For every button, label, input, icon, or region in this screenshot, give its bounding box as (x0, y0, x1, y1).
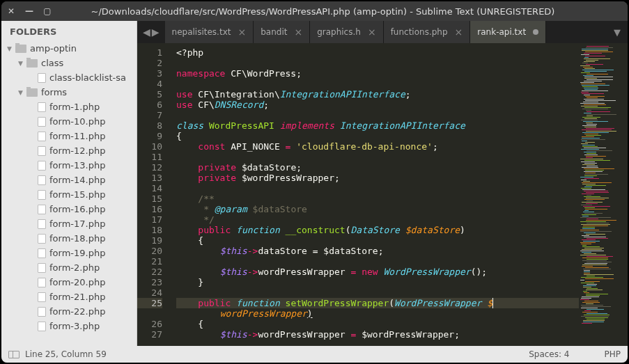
gutter[interactable]: 1234567891011121314151617181920212223242… (137, 43, 168, 346)
file-icon (38, 292, 46, 302)
disclosure-icon[interactable]: ▼ (18, 60, 26, 67)
tree-folder-root[interactable]: ▼ amp-optin (1, 41, 137, 56)
file-icon (38, 278, 46, 287)
tree-label: form-20.php (49, 277, 105, 287)
file-icon (38, 102, 46, 112)
file-icon (38, 73, 46, 83)
cursor-position[interactable]: Line 25, Column 59 (25, 349, 107, 359)
statusbar: Line 25, Column 59 Spaces: 4 PHP (1, 346, 628, 363)
disclosure-icon[interactable]: ▼ (7, 45, 15, 52)
close-icon[interactable]: × (368, 26, 376, 38)
code-editor[interactable]: <?php namespace CF\WordPress; use CF\Int… (168, 43, 579, 346)
file-icon (38, 322, 46, 331)
tree-folder[interactable]: ▼ class (1, 56, 137, 70)
tabbar: ◀ ▶ nepalisites.txt×bandit×graphics.h×fu… (137, 21, 628, 43)
file-icon (38, 161, 46, 171)
file-icon (38, 263, 46, 273)
tree-label: form-15.php (49, 189, 105, 200)
tab[interactable]: functions.php× (384, 21, 471, 43)
tree-file[interactable]: form-19.php (1, 246, 137, 260)
file-icon (38, 190, 46, 200)
tree-file[interactable]: form-17.php (1, 216, 137, 231)
nav-back-icon[interactable]: ◀ (143, 26, 150, 38)
tree-label: form-1.php (49, 102, 100, 112)
tree-file[interactable]: form-11.php (1, 129, 137, 143)
tree-file[interactable]: form-14.php (1, 173, 137, 187)
tab-label: bandit (261, 27, 287, 37)
file-icon (38, 248, 46, 258)
tree-label: form-12.php (49, 145, 105, 156)
panel-switcher-icon[interactable] (8, 351, 20, 358)
maximize-icon[interactable]: ▢ (43, 7, 52, 15)
tree-label: class-blacklist-sa (49, 72, 126, 83)
dirty-indicator-icon (533, 29, 538, 35)
sidebar-header: FOLDERS (1, 21, 137, 41)
window-title: ~/Downloads/cloudflare/src/WordPress/Wor… (52, 6, 622, 17)
tab[interactable]: bandit× (254, 21, 310, 43)
tree-label: class (41, 58, 63, 68)
folder-icon (26, 59, 38, 68)
folder-tree[interactable]: ▼ amp-optin ▼ class class-blacklist-sa ▼… (1, 41, 137, 346)
tree-file[interactable]: form-22.php (1, 304, 137, 319)
tree-label: form-14.php (49, 175, 105, 185)
file-icon (38, 234, 46, 244)
tree-file[interactable]: class-blacklist-sa (1, 70, 137, 85)
tree-label: form-21.php (49, 292, 105, 302)
tab-label: nepalisites.txt (172, 27, 231, 37)
tab[interactable]: graphics.h× (310, 21, 383, 43)
minimap[interactable] (579, 43, 628, 346)
tree-file[interactable]: form-3.php (1, 319, 137, 333)
file-icon (38, 219, 46, 229)
file-icon (38, 132, 46, 141)
tree-label: form-10.php (49, 116, 105, 127)
close-icon[interactable]: ✕ (7, 7, 15, 15)
tree-file[interactable]: form-18.php (1, 231, 137, 246)
file-icon (38, 117, 46, 127)
close-icon[interactable]: × (238, 26, 246, 38)
folder-icon (15, 45, 26, 53)
tab-label: rank-api.txt (477, 27, 526, 37)
close-icon[interactable]: × (294, 26, 302, 38)
tree-label: forms (41, 87, 67, 97)
tree-label: amp-optin (30, 43, 77, 54)
tab[interactable]: nepalisites.txt× (165, 21, 254, 43)
tree-file[interactable]: form-12.php (1, 143, 137, 158)
tree-file[interactable]: form-13.php (1, 158, 137, 173)
tree-file[interactable]: form-16.php (1, 202, 137, 216)
titlebar: ✕ — ▢ ~/Downloads/cloudflare/src/WordPre… (1, 1, 628, 21)
tree-label: form-2.php (49, 262, 100, 273)
folder-icon (26, 88, 38, 97)
tab-label: graphics.h (317, 27, 361, 37)
nav-forward-icon[interactable]: ▶ (152, 26, 160, 38)
tab-menu-icon[interactable]: ▼ (607, 21, 628, 43)
file-icon (38, 175, 46, 185)
tree-file[interactable]: form-2.php (1, 260, 137, 275)
file-icon (38, 307, 46, 317)
tree-label: form-16.php (49, 204, 105, 214)
tree-file[interactable]: form-1.php (1, 100, 137, 114)
tree-file[interactable]: form-20.php (1, 275, 137, 290)
tree-file[interactable]: form-21.php (1, 290, 137, 304)
tree-label: form-3.php (49, 321, 100, 331)
indent-setting[interactable]: Spaces: 4 (529, 349, 569, 359)
tree-label: form-17.php (49, 219, 105, 229)
tree-label: form-18.php (49, 233, 105, 244)
tree-label: form-22.php (49, 306, 105, 317)
sidebar: FOLDERS ▼ amp-optin ▼ class class-blackl… (1, 21, 137, 346)
tree-label: form-11.php (49, 131, 105, 141)
file-icon (38, 205, 46, 214)
file-icon (38, 146, 46, 156)
minimize-icon[interactable]: — (25, 7, 33, 15)
tree-file[interactable]: form-10.php (1, 114, 137, 129)
tree-label: form-13.php (49, 160, 105, 171)
tab[interactable]: rank-api.txt (470, 21, 546, 43)
disclosure-icon[interactable]: ▼ (18, 89, 26, 96)
syntax-setting[interactable]: PHP (605, 349, 621, 359)
tree-file[interactable]: form-15.php (1, 187, 137, 202)
tree-folder[interactable]: ▼ forms (1, 85, 137, 100)
tab-label: functions.php (391, 27, 448, 37)
close-icon[interactable]: × (455, 26, 463, 38)
tree-label: form-19.php (49, 248, 105, 258)
